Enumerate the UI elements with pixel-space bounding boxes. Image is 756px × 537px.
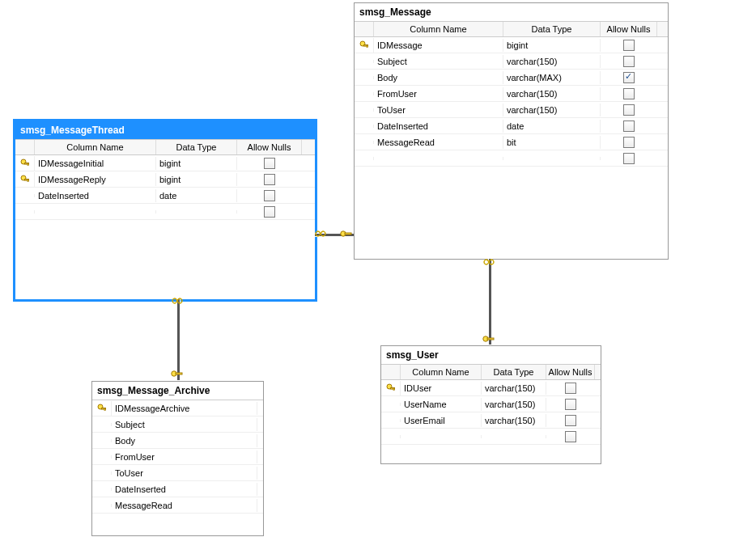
table-row[interactable]: IDMessageInitialbigint <box>15 155 315 171</box>
data-type-cell[interactable]: bigint <box>503 39 601 52</box>
column-name-cell[interactable] <box>35 210 156 214</box>
table-row[interactable]: ToUservarchar(150) <box>355 102 668 118</box>
data-type-cell[interactable] <box>156 210 237 214</box>
table-row[interactable]: Bodyvarchar(MAX) <box>355 70 668 86</box>
checkbox[interactable] <box>623 40 635 51</box>
column-name-cell[interactable]: ToUser <box>374 104 503 116</box>
allow-nulls-cell[interactable] <box>237 156 302 171</box>
data-type-cell[interactable]: varchar(150) <box>503 87 601 100</box>
table-row[interactable]: DateInserteddate <box>15 188 315 204</box>
column-name-cell[interactable]: IDMessageArchive <box>112 402 257 415</box>
checkbox[interactable] <box>565 399 576 410</box>
data-type-cell[interactable]: bigint <box>156 173 237 186</box>
table-row[interactable]: ToUser <box>92 465 263 481</box>
checkbox[interactable] <box>623 88 635 99</box>
column-name-cell[interactable]: DateInserted <box>35 189 156 202</box>
checkbox[interactable] <box>264 158 275 169</box>
checkbox[interactable] <box>264 206 275 218</box>
table-row[interactable]: MessageReadbit <box>355 134 668 150</box>
table-smsg-message-thread[interactable]: smsg_MessageThread Column Name Data Type… <box>13 119 317 302</box>
checkbox[interactable] <box>565 415 576 426</box>
allow-nulls-cell[interactable] <box>601 54 657 69</box>
data-type-cell[interactable]: date <box>503 120 601 133</box>
allow-nulls-cell[interactable] <box>237 205 302 219</box>
column-name-cell[interactable]: IDUser <box>401 382 482 395</box>
allow-nulls-cell[interactable] <box>546 397 595 412</box>
table-row[interactable]: IDMessageArchive <box>92 400 263 416</box>
checkbox[interactable] <box>623 72 635 83</box>
allow-nulls-cell[interactable] <box>237 188 302 203</box>
data-type-cell[interactable]: varchar(150) <box>482 382 546 395</box>
column-name-cell[interactable]: IDMessageInitial <box>35 157 156 170</box>
checkbox[interactable] <box>623 153 635 164</box>
column-name-cell[interactable]: IDMessageReply <box>35 173 156 186</box>
table-row[interactable]: MessageRead <box>92 497 263 514</box>
table-grid: Column Name Data Type Allow Nulls IDUser… <box>381 364 601 445</box>
checkbox[interactable] <box>264 174 275 185</box>
table-smsg-user[interactable]: smsg_User Column Name Data Type Allow Nu… <box>380 345 601 464</box>
data-type-cell[interactable]: varchar(150) <box>503 55 601 68</box>
table-row[interactable]: UserNamevarchar(150) <box>381 396 601 412</box>
data-type-cell[interactable]: bigint <box>156 157 237 170</box>
checkbox[interactable] <box>264 190 275 201</box>
data-type-cell[interactable]: varchar(150) <box>482 414 546 427</box>
table-row[interactable]: Body <box>92 433 263 449</box>
table-row[interactable]: IDMessageReplybigint <box>15 171 315 188</box>
column-name-cell[interactable]: UserEmail <box>401 414 482 427</box>
allow-nulls-cell[interactable] <box>601 87 657 101</box>
table-row[interactable] <box>381 429 601 445</box>
column-name-cell[interactable]: Subject <box>112 418 257 431</box>
allow-nulls-cell[interactable] <box>601 103 657 117</box>
allow-nulls-cell[interactable] <box>601 135 657 150</box>
column-name-cell[interactable]: DateInserted <box>112 483 257 496</box>
table-smsg-message[interactable]: smsg_Message Column Name Data Type Allow… <box>354 2 669 260</box>
allow-nulls-cell[interactable] <box>546 429 595 444</box>
column-name-cell[interactable] <box>374 157 503 160</box>
data-type-cell[interactable] <box>482 435 546 438</box>
table-row[interactable] <box>15 204 315 220</box>
table-row[interactable]: FromUser <box>92 449 263 465</box>
table-row[interactable]: FromUservarchar(150) <box>355 86 668 102</box>
allow-nulls-cell[interactable] <box>601 70 657 85</box>
data-type-cell[interactable] <box>503 157 601 160</box>
column-name-cell[interactable]: FromUser <box>112 450 257 463</box>
allow-nulls-cell[interactable] <box>601 38 657 53</box>
allow-nulls-cell[interactable] <box>546 413 595 428</box>
table-row[interactable]: Subjectvarchar(150) <box>355 53 668 70</box>
checkbox[interactable] <box>623 56 635 67</box>
checkbox[interactable] <box>623 137 635 148</box>
table-smsg-message-archive[interactable]: smsg_Message_Archive IDMessageArchiveSub… <box>91 381 264 536</box>
column-name-cell[interactable]: Subject <box>374 55 503 68</box>
allow-nulls-cell[interactable] <box>601 119 657 133</box>
allow-nulls-cell[interactable] <box>546 381 595 395</box>
table-row[interactable]: IDMessagebigint <box>355 37 668 53</box>
data-type-cell[interactable]: varchar(150) <box>482 398 546 411</box>
data-type-cell[interactable]: varchar(MAX) <box>503 71 601 84</box>
row-selector <box>355 76 374 79</box>
column-name-cell[interactable]: FromUser <box>374 87 503 100</box>
column-name-cell[interactable] <box>401 435 482 438</box>
allow-nulls-cell[interactable] <box>601 151 657 166</box>
column-name-cell[interactable]: MessageRead <box>374 136 503 149</box>
allow-nulls-cell[interactable] <box>237 172 302 187</box>
table-row[interactable]: Subject <box>92 416 263 433</box>
table-row[interactable]: IDUservarchar(150) <box>381 380 601 396</box>
data-type-cell[interactable]: date <box>156 189 237 202</box>
column-name-cell[interactable]: Body <box>112 434 257 447</box>
table-row[interactable]: DateInserteddate <box>355 118 668 134</box>
column-name-cell[interactable]: ToUser <box>112 467 257 480</box>
checkbox[interactable] <box>565 383 576 394</box>
column-name-cell[interactable]: MessageRead <box>112 499 257 512</box>
checkbox[interactable] <box>623 121 635 132</box>
data-type-cell[interactable]: varchar(150) <box>503 104 601 116</box>
table-row[interactable] <box>355 150 668 167</box>
data-type-cell[interactable]: bit <box>503 136 601 149</box>
column-name-cell[interactable]: IDMessage <box>374 39 503 52</box>
checkbox[interactable] <box>565 431 576 442</box>
column-name-cell[interactable]: UserName <box>401 398 482 411</box>
checkbox[interactable] <box>623 104 635 116</box>
table-row[interactable]: UserEmailvarchar(150) <box>381 412 601 429</box>
column-name-cell[interactable]: DateInserted <box>374 120 503 133</box>
column-name-cell[interactable]: Body <box>374 71 503 84</box>
table-row[interactable]: DateInserted <box>92 481 263 497</box>
